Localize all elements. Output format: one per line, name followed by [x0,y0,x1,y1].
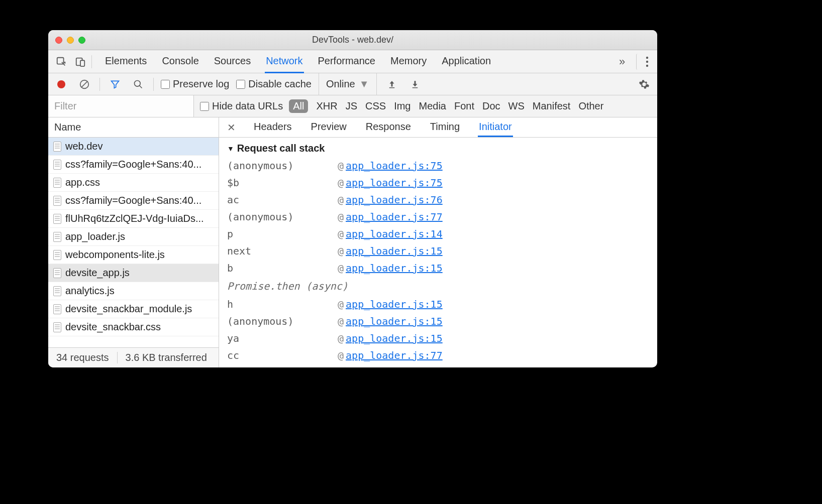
stack-function: next [227,242,338,260]
request-row[interactable]: css?family=Google+Sans:40... [48,192,219,210]
hide-data-urls-checkbox[interactable]: Hide data URLs [200,100,283,112]
request-list-panel: Name web.devcss?family=Google+Sans:40...… [48,117,219,367]
filter-input[interactable] [48,95,194,117]
detail-tab-headers[interactable]: Headers [253,118,293,137]
document-icon [53,304,61,314]
request-name: app_loader.js [65,231,125,242]
overflow-tabs-icon[interactable]: » [614,54,630,70]
inspect-element-icon[interactable] [53,54,69,70]
filter-type-js[interactable]: JS [346,100,357,112]
call-stack-heading[interactable]: ▼ Request call stack [227,143,649,154]
filter-type-media[interactable]: Media [419,100,446,112]
tab-memory[interactable]: Memory [389,50,428,73]
request-row[interactable]: flUhRq6tzZclQEJ-Vdg-IuiaDs... [48,210,219,228]
device-toolbar-icon[interactable] [72,54,88,70]
preserve-log-checkbox[interactable]: Preserve log [161,78,229,90]
request-name: webcomponents-lite.js [65,249,165,261]
search-icon[interactable] [130,76,146,92]
disable-cache-checkbox[interactable]: Disable cache [236,78,312,90]
stack-source-link[interactable]: app_loader.js:77 [346,347,443,364]
at-symbol: @ [338,296,344,313]
filter-type-doc[interactable]: Doc [482,100,500,112]
filter-type-font[interactable]: Font [454,100,474,112]
document-icon [53,178,61,188]
name-column-header[interactable]: Name [48,117,219,138]
request-row[interactable]: devsite_snackbar.css [48,318,219,336]
stack-source-link[interactable]: app_loader.js:15 [346,313,443,330]
request-count: 34 requests [48,352,117,363]
document-icon [53,268,61,278]
stack-function: (anonymous) [227,313,338,330]
stack-source-link[interactable]: app_loader.js:77 [346,208,443,225]
request-row[interactable]: analytics.js [48,282,219,300]
stack-source-link[interactable]: app_loader.js:15 [346,330,443,347]
stack-function: ac [227,191,338,208]
request-row[interactable]: web.dev [48,138,219,156]
stack-function: h [227,296,338,313]
settings-gear-icon[interactable] [636,76,652,92]
stack-frame: (anonymous)@ app_loader.js:15 [227,313,649,330]
detail-tab-preview[interactable]: Preview [310,118,348,137]
record-button[interactable] [53,76,69,92]
filter-type-xhr[interactable]: XHR [316,100,337,112]
detail-tab-initiator[interactable]: Initiator [478,118,513,137]
stack-async-group: Promise.then (async) [227,277,649,296]
at-symbol: @ [338,225,344,242]
stack-frame: (anonymous)@ app_loader.js:77 [227,208,649,225]
request-row[interactable]: webcomponents-lite.js [48,246,219,264]
stack-source-link[interactable]: app_loader.js:15 [346,296,443,313]
detail-tab-response[interactable]: Response [365,118,412,137]
request-row[interactable]: app_loader.js [48,228,219,246]
detail-tabs: ✕ HeadersPreviewResponseTimingInitiator [219,117,657,138]
stack-frame: h@ app_loader.js:15 [227,296,649,313]
initiator-body: ▼ Request call stack (anonymous)@ app_lo… [219,138,657,367]
request-row[interactable]: devsite_snackbar_module.js [48,300,219,318]
stack-source-link[interactable]: app_loader.js:15 [346,260,443,277]
upload-har-icon[interactable] [384,76,400,92]
stack-source-link[interactable]: app_loader.js:14 [346,225,443,242]
clear-button[interactable] [76,76,92,92]
detail-tab-timing[interactable]: Timing [429,118,461,137]
request-row[interactable]: devsite_app.js [48,264,219,282]
stack-function: cc [227,347,338,364]
throttling-dropdown[interactable]: Online ▼ [319,73,377,95]
at-symbol: @ [338,157,344,174]
filter-type-other[interactable]: Other [578,100,603,112]
status-bar: 34 requests 3.6 KB transferred [48,347,219,367]
filter-type-css[interactable]: CSS [365,100,386,112]
chevron-down-icon: ▼ [359,78,369,90]
stack-function: $b [227,174,338,191]
filter-type-all[interactable]: All [289,99,308,113]
tab-sources[interactable]: Sources [213,50,252,73]
stack-source-link[interactable]: app_loader.js:15 [346,242,443,260]
request-name: devsite_snackbar_module.js [65,303,192,315]
throttling-value: Online [326,78,355,90]
tab-application[interactable]: Application [441,50,492,73]
filter-toggle-icon[interactable] [107,76,123,92]
preserve-log-label: Preserve log [173,78,229,90]
filter-type-ws[interactable]: WS [508,100,525,112]
filter-bar: Hide data URLs AllXHRJSCSSImgMediaFontDo… [48,95,657,117]
filter-type-img[interactable]: Img [394,100,410,112]
kebab-menu-icon[interactable] [636,54,652,70]
document-icon [53,286,61,296]
stack-source-link[interactable]: app_loader.js:75 [346,174,443,191]
at-symbol: @ [338,260,344,277]
tab-console[interactable]: Console [161,50,199,73]
at-symbol: @ [338,242,344,260]
request-row[interactable]: css?family=Google+Sans:40... [48,156,219,174]
stack-source-link[interactable]: app_loader.js:75 [346,157,443,174]
filter-type-manifest[interactable]: Manifest [533,100,571,112]
request-detail-panel: ✕ HeadersPreviewResponseTimingInitiator … [219,117,657,367]
at-symbol: @ [338,191,344,208]
close-detail-icon[interactable]: ✕ [227,121,236,134]
network-toolbar: Preserve log Disable cache Online ▼ [48,73,657,95]
request-row[interactable]: app.css [48,174,219,192]
divider [99,78,100,91]
download-har-icon[interactable] [407,76,423,92]
request-name: web.dev [65,141,103,152]
tab-performance[interactable]: Performance [317,50,377,73]
stack-source-link[interactable]: app_loader.js:76 [346,191,443,208]
tab-network[interactable]: Network [265,50,303,73]
tab-elements[interactable]: Elements [104,50,148,73]
